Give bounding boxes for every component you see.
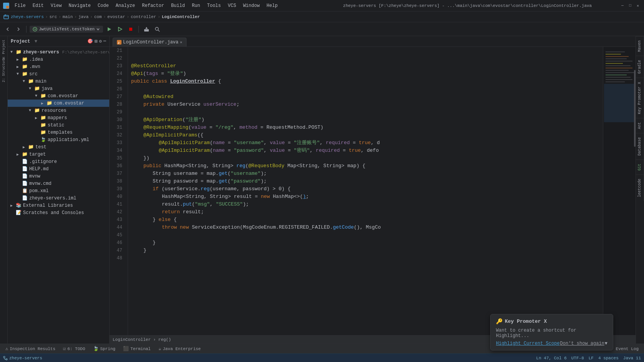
tree-item-idea[interactable]: ▶ 📁 .idea	[8, 56, 109, 63]
right-side-panel: Maven Gradle Key Promoter X Ant Database…	[636, 36, 644, 344]
nav-back-button[interactable]	[3, 25, 12, 34]
spring-button[interactable]: 🍃 Spring	[91, 345, 118, 352]
tree-item-test[interactable]: ▶ 📁 test	[8, 143, 109, 151]
expand-all-icon[interactable]: ⊞	[95, 38, 97, 44]
nav-forward-button[interactable]	[14, 25, 23, 34]
tree-item-mappers[interactable]: ▶ 📁 mappers	[8, 114, 109, 121]
status-line-separator[interactable]: LF	[589, 356, 594, 360]
menu-refactor[interactable]: Refactor	[139, 2, 167, 9]
menu-analyze[interactable]: Analyze	[113, 2, 138, 9]
svg-point-11	[155, 27, 158, 30]
locate-file-icon[interactable]: 🎯	[87, 38, 93, 44]
side-tab-gradle[interactable]: Gradle	[636, 56, 644, 78]
tree-item-src[interactable]: ▼ 📁 src	[8, 70, 109, 78]
run-config-selector[interactable]: JwtUtilsTest.testToken	[30, 26, 103, 33]
menu-file[interactable]: File	[12, 2, 29, 9]
debug-button[interactable]	[115, 25, 125, 34]
tree-item-ext-libs[interactable]: ▶ 📚 External Libraries	[8, 202, 109, 209]
search-everywhere-button[interactable]	[153, 25, 162, 34]
line-num-42: 42	[110, 208, 125, 216]
breadcrumb-root[interactable]: zheye-servers	[11, 15, 44, 19]
breadcrumb-com[interactable]: com	[94, 15, 102, 19]
code-line-26	[131, 85, 603, 93]
todo-button[interactable]: ☑ 6: TODO	[61, 345, 87, 352]
tree-item-iml[interactable]: 📄 zheye-servers.iml	[8, 194, 109, 202]
svg-rect-18	[606, 56, 629, 57]
tree-item-pomxml[interactable]: 📋 pom.xml	[8, 187, 109, 194]
status-right-items: Ln 47, Col 6 UTF-8 LF 4 spaces Java 11	[536, 356, 641, 360]
tree-item-gitignore[interactable]: 📄 .gitignore	[8, 158, 109, 165]
tree-item-scratches[interactable]: 📝 Scratches and Consoles	[8, 209, 109, 216]
menu-window[interactable]: Window	[240, 2, 263, 9]
settings-icon[interactable]: ⚙	[99, 38, 102, 44]
status-encoding[interactable]: UTF-8	[571, 356, 584, 360]
status-indent[interactable]: 4 spaces	[598, 356, 619, 360]
side-tab-git[interactable]: Git	[636, 159, 644, 174]
side-tab-leetcode[interactable]: leetcode	[636, 174, 644, 201]
hide-sidebar-icon[interactable]: —	[103, 38, 106, 44]
tree-item-static[interactable]: 📁 static	[8, 121, 109, 129]
breadcrumb-java[interactable]: java	[78, 15, 88, 19]
breadcrumb-main[interactable]: main	[63, 15, 73, 19]
breadcrumb-file[interactable]: LoginController	[162, 15, 200, 19]
popup-dismiss-link[interactable]: Don't show again	[560, 341, 604, 346]
menu-help[interactable]: Help	[263, 2, 281, 9]
menu-vcs[interactable]: VCS	[225, 2, 240, 9]
menu-tools[interactable]: Tools	[204, 2, 224, 9]
code-line-27: @Autowired	[131, 93, 603, 101]
minimize-button[interactable]: —	[619, 3, 626, 9]
maximize-button[interactable]: □	[627, 3, 633, 9]
git-branch-status[interactable]: zheye-servers	[3, 356, 42, 360]
side-tab-ant[interactable]: Ant	[636, 118, 644, 133]
menu-view[interactable]: View	[48, 2, 65, 9]
minimap	[603, 47, 636, 335]
svg-rect-17	[606, 54, 621, 55]
tree-item-target[interactable]: ▶ 📁 target	[8, 151, 109, 158]
java-enterprise-button[interactable]: ☕ Java Enterprise	[156, 345, 203, 352]
close-button[interactable]: ✕	[635, 3, 641, 9]
minimap-scrollbar[interactable]	[634, 70, 636, 147]
terminal-button[interactable]: ⬛ Terminal	[121, 345, 153, 352]
editor-tab-logincontroller[interactable]: J LoginController.java ✕	[113, 38, 186, 46]
menu-run[interactable]: Run	[189, 2, 203, 9]
event-log-button[interactable]: Event Log	[614, 346, 641, 352]
popup-chevron-icon[interactable]: ▼	[605, 341, 607, 346]
tree-item-templates[interactable]: 📁 templates	[8, 129, 109, 136]
tree-item-main[interactable]: ▼ 📁 main	[8, 78, 109, 85]
menu-edit[interactable]: Edit	[30, 2, 47, 9]
code-content[interactable]: @RestController @Api(tags = "登录") public…	[128, 47, 603, 335]
tree-item-application-yml[interactable]: 🍃 application.yml	[8, 136, 109, 143]
breadcrumb-controller[interactable]: controller	[131, 15, 156, 19]
toolbar: JwtUtilsTest.testToken	[0, 22, 644, 36]
line-num-22: 22	[110, 55, 125, 62]
popup-highlight-link[interactable]: Highlight Current Scope	[496, 341, 560, 346]
tree-item-resources[interactable]: ▼ 📁 resources	[8, 107, 109, 114]
tree-item-root[interactable]: ▼ 📁 zheye-servers F:\zheye\zheye-servers	[8, 48, 109, 56]
inspection-results-button[interactable]: ⚠ Inspection Results	[3, 345, 58, 352]
tree-item-helpmd[interactable]: 📄 HELP.md	[8, 165, 109, 173]
editor-breadcrumb-controller[interactable]: LoginController › reg()	[113, 337, 171, 342]
side-tab-database[interactable]: Database	[636, 133, 644, 159]
breadcrumb-src[interactable]: src	[49, 15, 57, 19]
tree-item-mvnw[interactable]: 📄 mvnw	[8, 173, 109, 180]
menu-code[interactable]: Code	[95, 2, 112, 9]
build-button[interactable]	[142, 25, 151, 34]
tree-item-com-evostar[interactable]: ▼ 📁 com.evostar	[8, 92, 109, 100]
side-tab-maven[interactable]: Maven	[636, 36, 644, 56]
tree-item-java[interactable]: ▼ 📁 java	[8, 85, 109, 92]
line-num-24: 24	[110, 70, 125, 78]
menu-build[interactable]: Build	[168, 2, 188, 9]
tab-close-icon[interactable]: ✕	[180, 40, 182, 45]
svg-text:J: J	[118, 41, 120, 45]
breadcrumb-evostar[interactable]: evostar	[107, 15, 125, 19]
stop-button[interactable]	[126, 25, 135, 34]
run-button[interactable]	[105, 25, 114, 34]
sidebar-title: Project ▼	[11, 39, 37, 44]
enterprise-icon: ☕	[158, 346, 161, 352]
tree-item-controller[interactable]: ▶ 📁 com.evostar	[8, 100, 109, 107]
tree-item-mvn[interactable]: ▶ 📁 .mvn	[8, 63, 109, 70]
side-tab-key-promoter[interactable]: Key Promoter X	[636, 78, 644, 118]
tree-item-mvnwcmd[interactable]: 📄 mvnw.cmd	[8, 180, 109, 187]
line-num-23: 23	[110, 62, 125, 70]
menu-navigate[interactable]: Navigate	[65, 2, 94, 9]
